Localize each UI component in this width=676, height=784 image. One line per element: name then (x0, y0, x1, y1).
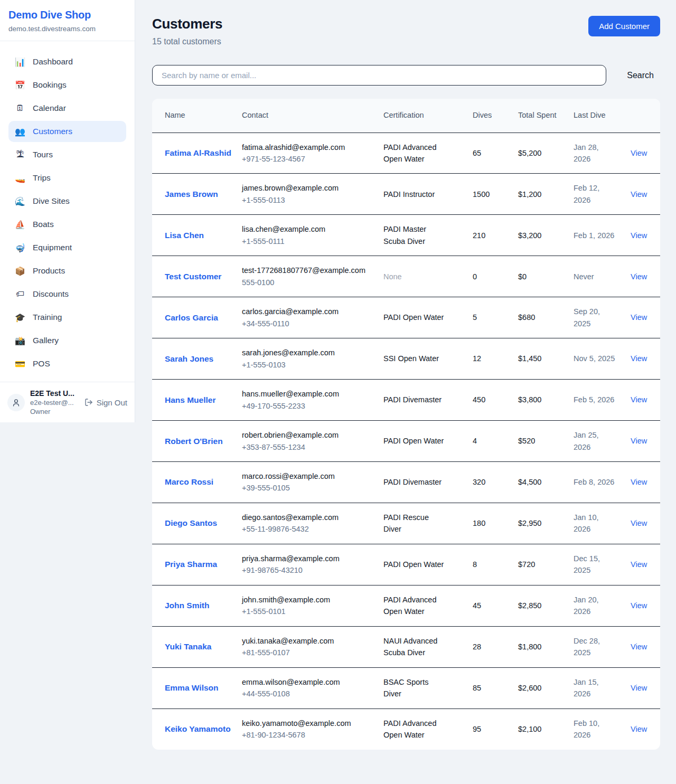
customer-name-link[interactable]: Priya Sharma (165, 558, 217, 571)
sidebar-nav: 📊 Dashboard 📅 Bookings 🗓 Calendar 👥 Cust… (0, 41, 135, 382)
customer-email: diego.santos@example.com (242, 512, 375, 523)
customer-dives: 1500 (473, 190, 490, 199)
customer-name-link[interactable]: Test Customer (165, 270, 221, 283)
view-customer-link[interactable]: View (631, 149, 647, 157)
sidebar-item-discounts[interactable]: 🏷 Discounts (8, 284, 126, 305)
customer-total-spent: $1,800 (518, 643, 541, 651)
customer-last-dive: Jan 15, 2026 (574, 678, 599, 698)
sidebar-item-customers[interactable]: 👥 Customers (8, 121, 126, 142)
view-customer-link[interactable]: View (631, 190, 647, 199)
customer-certification: PADI Divemaster (383, 478, 442, 486)
sailboat-icon: ⛵ (15, 220, 25, 230)
customer-name-link[interactable]: Emma Wilson (165, 682, 219, 694)
customer-last-dive: Jan 28, 2026 (574, 143, 599, 163)
user-panel: E2E Test U... e2e-tester@... Owner Sign … (0, 382, 135, 422)
sidebar-item-dashboard[interactable]: 📊 Dashboard (8, 51, 126, 72)
view-customer-link[interactable]: View (631, 643, 647, 651)
view-customer-link[interactable]: View (631, 725, 647, 733)
sidebar-item-boats[interactable]: ⛵ Boats (8, 214, 126, 235)
customer-last-dive: Nov 5, 2025 (574, 354, 615, 363)
view-customer-link[interactable]: View (631, 684, 647, 692)
customer-phone: +971-55-123-4567 (242, 153, 375, 165)
customer-phone: +81-90-1234-5678 (242, 729, 375, 741)
sidebar-item-tours[interactable]: 🏝 Tours (8, 144, 126, 165)
sidebar-item-dive-sites[interactable]: 🌊 Dive Sites (8, 191, 126, 212)
bar-chart-icon: 📊 (15, 57, 25, 67)
customer-name-link[interactable]: John Smith (165, 599, 209, 612)
customer-email: yuki.tanaka@example.com (242, 635, 375, 647)
customer-last-dive: Feb 1, 2026 (574, 231, 614, 240)
sidebar-item-equipment[interactable]: 🤿 Equipment (8, 237, 126, 258)
view-customer-link[interactable]: View (631, 478, 647, 486)
customer-name-link[interactable]: Yuki Tanaka (165, 640, 211, 653)
customer-phone: +81-555-0107 (242, 647, 375, 658)
view-customer-link[interactable]: View (631, 395, 647, 404)
sidebar-item-pos[interactable]: 💳 POS (8, 353, 126, 374)
customer-last-dive: Feb 5, 2026 (574, 395, 614, 404)
view-customer-link[interactable]: View (631, 272, 647, 281)
customer-last-dive: Jan 20, 2026 (574, 596, 599, 616)
customer-phone: +1-555-0113 (242, 194, 375, 206)
customer-name-link[interactable]: Robert O'Brien (165, 435, 223, 448)
table-row: James Brown james.brown@example.com +1-5… (152, 174, 660, 215)
customer-certification: PADI Open Water (383, 560, 444, 569)
customer-certification: PADI Divemaster (383, 395, 442, 404)
view-customer-link[interactable]: View (631, 601, 647, 610)
view-customer-link[interactable]: View (631, 313, 647, 322)
customer-dives: 180 (473, 519, 485, 527)
sidebar-item-products[interactable]: 📦 Products (8, 260, 126, 281)
sidebar-item-training[interactable]: 🎓 Training (8, 307, 126, 328)
customer-email: emma.wilson@example.com (242, 676, 375, 688)
customer-name-link[interactable]: Fatima Al-Rashid (165, 147, 231, 159)
customer-total-spent: $3,200 (518, 231, 541, 240)
customer-name-link[interactable]: Lisa Chen (165, 229, 204, 242)
view-customer-link[interactable]: View (631, 437, 647, 445)
column-header-actions (631, 99, 660, 133)
customer-name-link[interactable]: Marco Rossi (165, 476, 213, 488)
sign-out-button[interactable]: Sign Out (84, 398, 127, 407)
sidebar-item-trips[interactable]: 🚤 Trips (8, 167, 126, 188)
customer-email: lisa.chen@example.com (242, 223, 375, 235)
customers-table: NameContactCertificationDivesTotal Spent… (152, 99, 660, 750)
column-header-name: Name (152, 99, 242, 133)
table-row: Fatima Al-Rashid fatima.alrashid@example… (152, 133, 660, 174)
customer-last-dive: Never (574, 272, 594, 281)
customer-email: marco.rossi@example.com (242, 470, 375, 482)
view-customer-link[interactable]: View (631, 354, 647, 363)
camera-icon: 📸 (15, 336, 25, 346)
table-row: Priya Sharma priya.sharma@example.com +9… (152, 544, 660, 585)
table-row: Carlos Garcia carlos.garcia@example.com … (152, 297, 660, 338)
customer-name-link[interactable]: Sarah Jones (165, 353, 213, 365)
customer-name-link[interactable]: Keiko Yamamoto (165, 723, 231, 735)
user-meta: E2E Test U... e2e-tester@... Owner (30, 389, 79, 415)
customer-name-link[interactable]: Hans Mueller (165, 394, 215, 407)
sidebar-item-bookings[interactable]: 📅 Bookings (8, 74, 126, 96)
customer-email: sarah.jones@example.com (242, 347, 375, 358)
sidebar: Demo Dive Shop demo.test.divestreams.com… (0, 0, 135, 422)
sidebar-item-gallery[interactable]: 📸 Gallery (8, 330, 126, 351)
customer-certification: PADI Rescue Diver (383, 513, 429, 533)
customer-name-link[interactable]: James Brown (165, 188, 218, 201)
view-customer-link[interactable]: View (631, 519, 647, 527)
customer-email: keiko.yamamoto@example.com (242, 717, 375, 729)
main-content: Customers 15 total customers Add Custome… (135, 0, 676, 750)
page-header-titles: Customers 15 total customers (152, 16, 222, 46)
customer-dives: 5 (473, 313, 477, 322)
view-customer-link[interactable]: View (631, 231, 647, 240)
wave-icon: 🌊 (15, 196, 25, 206)
table-row: Yuki Tanaka yuki.tanaka@example.com +81-… (152, 626, 660, 667)
search-button[interactable]: Search (621, 67, 660, 84)
customer-certification: PADI Advanced Open Water (383, 143, 437, 163)
customer-name-link[interactable]: Diego Santos (165, 517, 217, 530)
add-customer-button[interactable]: Add Customer (588, 16, 660, 36)
customer-name-link[interactable]: Carlos Garcia (165, 311, 218, 324)
user-avatar-icon (12, 398, 21, 407)
speedboat-icon: 🚤 (15, 173, 25, 183)
table-row: Keiko Yamamoto keiko.yamamoto@example.co… (152, 709, 660, 749)
customer-certification: PADI Master Scuba Diver (383, 225, 426, 245)
customer-count: 15 total customers (152, 37, 222, 46)
avatar (7, 394, 25, 411)
view-customer-link[interactable]: View (631, 560, 647, 569)
search-input[interactable] (152, 65, 606, 86)
sidebar-item-calendar[interactable]: 🗓 Calendar (8, 98, 126, 119)
